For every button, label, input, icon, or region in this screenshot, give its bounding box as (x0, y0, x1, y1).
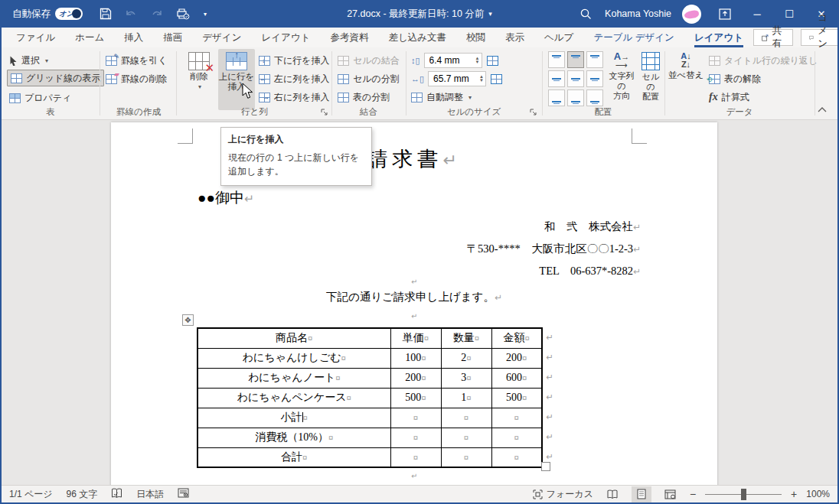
zoom-percentage[interactable]: 100% (806, 489, 830, 499)
table-cell[interactable]: 数量¤ (441, 328, 491, 348)
table-cell[interactable]: ¤ (441, 408, 491, 428)
table-cell[interactable]: わにちゃんノート¤ (198, 368, 390, 388)
comments-button[interactable]: コメント (801, 29, 839, 46)
addressee-line[interactable]: ●●御中↵ (198, 188, 254, 208)
table-cell[interactable]: ¤ (390, 408, 441, 428)
word-count[interactable]: 96 文字 (67, 488, 98, 501)
table-cell[interactable]: ¤ (441, 428, 491, 447)
share-button[interactable]: 共有 (753, 29, 794, 46)
view-gridlines-button[interactable]: グリッド線の表示 (7, 70, 104, 86)
cell-margins-button[interactable]: セルの配置 (638, 49, 663, 110)
align-center-button[interactable] (567, 70, 584, 87)
align-top-right-button[interactable] (586, 51, 603, 68)
split-cells-button[interactable]: セルの分割 (338, 70, 400, 87)
table-cell[interactable]: わにちゃんペンケース¤ (198, 388, 390, 408)
table-cell[interactable]: わにちゃんけしごむ¤ (198, 348, 390, 368)
row-height-spinner[interactable]: ▲▼ (424, 53, 482, 68)
autofit-button[interactable]: 自動調整▾ (411, 89, 472, 106)
user-name[interactable]: Kohama Yoshie (602, 8, 674, 19)
document-page[interactable]: 請求書↵ ●●御中↵ 和 弐 株式会社↵ 〒530-**** 大阪市北区〇〇1-… (111, 122, 717, 486)
sender-block[interactable]: 和 弐 株式会社↵ 〒530-**** 大阪市北区〇〇1-2-3↵ TEL 06… (467, 216, 641, 282)
column-width-spinner[interactable]: ▲▼ (428, 71, 486, 86)
read-mode-button[interactable] (602, 486, 622, 502)
table-cell[interactable]: 200¤ (491, 348, 542, 368)
tab-table-design[interactable]: テーブル デザイン (583, 28, 684, 47)
tab-insert[interactable]: 挿入 (114, 28, 153, 47)
table-cell[interactable]: ¤ (491, 408, 542, 428)
tab-references[interactable]: 参考資料 (320, 28, 378, 47)
tab-mailings[interactable]: 差し込み文書 (378, 28, 456, 47)
zoom-slider-handle[interactable] (741, 489, 746, 500)
spinner-arrows-icon[interactable]: ▲▼ (475, 57, 480, 64)
rows-columns-dialog-launcher[interactable] (321, 108, 330, 117)
table-cell[interactable]: 100¤ (390, 348, 441, 368)
eraser-button[interactable]: ▰ 罫線の削除 (106, 70, 167, 87)
table-cell[interactable]: 500¤ (491, 388, 542, 408)
align-center-right-button[interactable] (586, 70, 603, 87)
align-top-left-button[interactable] (548, 51, 565, 68)
empty-paragraph[interactable]: ↵ (111, 311, 717, 322)
insert-columns-left-button[interactable]: ← 左に列を挿入 (259, 70, 330, 87)
tab-draw[interactable]: 描画 (153, 28, 192, 47)
table-cell[interactable]: 小計¤ (198, 408, 390, 428)
tab-design[interactable]: デザイン (192, 28, 251, 47)
table-cell[interactable]: ¤ (491, 428, 542, 447)
tab-file[interactable]: ファイル (6, 28, 65, 47)
table-cell[interactable]: 3¤ (441, 368, 491, 388)
table-cell[interactable]: 2¤ (441, 348, 491, 368)
title-dropdown-caret[interactable]: ▾ (488, 10, 492, 18)
table-cell[interactable]: 合計¤ (198, 447, 390, 467)
language-status[interactable]: 日本語 (136, 488, 164, 501)
maximize-button[interactable]: ☐ (773, 0, 805, 28)
table-cell[interactable]: 商品名¤ (198, 328, 390, 348)
invoice-table[interactable]: 商品名¤ 単価¤ 数量¤ 金額¤ わにちゃんけしごむ¤ 100¤ 2¤ 200¤… (197, 327, 543, 468)
table-cell[interactable]: 600¤ (491, 368, 542, 388)
table-cell[interactable]: 金額¤ (491, 328, 542, 348)
invoice-title[interactable]: 請求書↵ (111, 145, 717, 173)
zoom-in-button[interactable]: + (791, 488, 797, 500)
split-table-button[interactable]: 表の分割 (338, 89, 390, 106)
distribute-columns-button[interactable] (490, 73, 503, 86)
table-cell[interactable]: ¤ (441, 447, 491, 467)
qat-customize-chevron[interactable]: ▾ (204, 11, 207, 18)
page-count[interactable]: 1/1 ページ (9, 488, 53, 501)
row-height-input[interactable] (429, 55, 469, 66)
cell-size-dialog-launcher[interactable] (530, 108, 539, 117)
autosave-toggle[interactable]: 自動保存 オン (12, 8, 83, 21)
properties-button[interactable]: プロパティ (9, 89, 71, 106)
align-bottom-center-button[interactable] (567, 89, 584, 106)
table-cell[interactable]: 消費税（10%）¤ (198, 428, 390, 447)
save-icon[interactable] (100, 8, 113, 20)
insert-rows-below-button[interactable]: ↓ 下に行を挿入 (259, 52, 330, 69)
table-move-handle[interactable]: ✥ (182, 314, 194, 326)
table-cell[interactable]: 単価¤ (390, 328, 441, 348)
minimize-button[interactable]: ─ (741, 0, 773, 28)
formula-button[interactable]: fx 計算式 (709, 89, 749, 106)
select-button[interactable]: 選択▾ (9, 52, 48, 69)
search-icon[interactable] (570, 0, 602, 28)
request-message-line[interactable]: 下記の通りご請求申し上げます。↵ (111, 290, 717, 304)
tab-table-layout[interactable]: レイアウト (684, 28, 753, 47)
align-center-left-button[interactable] (548, 70, 565, 87)
align-top-center-button[interactable] (567, 51, 584, 68)
user-avatar[interactable] (682, 5, 701, 24)
sort-button[interactable]: A↓Z↓ 並べ替え (668, 49, 704, 110)
collapse-ribbon-chevron[interactable] (818, 104, 827, 115)
empty-paragraph[interactable]: ↵ (111, 470, 717, 482)
ribbon-display-options-icon[interactable] (709, 0, 741, 28)
convert-to-text-button[interactable]: ⟲ 表の解除 (709, 70, 761, 87)
distribute-rows-button[interactable] (486, 54, 499, 67)
print-preview-icon[interactable] (175, 8, 190, 20)
text-direction-button[interactable]: A→⟶ 文字列の方向 (605, 49, 638, 110)
table-cell[interactable]: ¤ (491, 447, 542, 467)
table-cell[interactable]: 200¤ (390, 368, 441, 388)
tab-layout[interactable]: レイアウト (251, 28, 320, 47)
table-cell[interactable]: ¤ (390, 447, 441, 467)
align-bottom-right-button[interactable] (586, 89, 603, 106)
empty-paragraph[interactable]: ↵ (111, 276, 717, 288)
focus-mode-button[interactable]: フォーカス (533, 488, 593, 501)
table-cell[interactable]: 1¤ (441, 388, 491, 408)
tab-review[interactable]: 校閲 (456, 28, 495, 47)
web-layout-button[interactable] (661, 486, 681, 502)
zoom-out-button[interactable]: − (690, 488, 696, 500)
